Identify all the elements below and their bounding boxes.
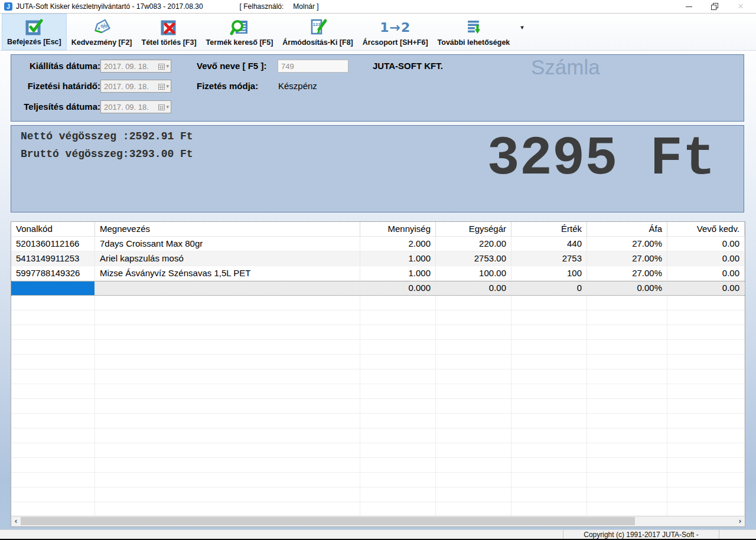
restore-button[interactable] — [702, 0, 728, 13]
due-date-input[interactable]: 2017. 09. 18. ▾ — [100, 80, 171, 93]
active-entry-row[interactable]: 0.0000.0000.00%0.00 — [11, 281, 745, 296]
fulfillment-date-input[interactable]: 2017. 09. 18. ▾ — [100, 100, 171, 113]
column-header[interactable]: Megnevezés — [95, 222, 360, 237]
empty-cell — [587, 340, 667, 354]
table-cell[interactable]: 2753 — [511, 251, 587, 266]
empty-row — [11, 428, 745, 443]
empty-cell — [511, 399, 587, 413]
empty-cell — [511, 310, 587, 325]
empty-row — [11, 340, 745, 355]
empty-cell — [511, 458, 587, 472]
table-cell[interactable]: 0 — [511, 282, 587, 295]
items-grid-container: VonalkódMegnevezésMennyiségEgységárÉrték… — [11, 221, 745, 527]
column-header[interactable]: Mennyiség — [360, 222, 436, 237]
table-cell[interactable]: 0.00 — [667, 266, 745, 280]
table-cell[interactable]: 2.000 — [360, 237, 436, 251]
table-row[interactable]: 52013601121667days Croissant Max 80gr2.0… — [11, 237, 745, 251]
table-cell[interactable]: 440 — [511, 237, 587, 251]
price-edit-button-label: Ármódosítás-Ki [F8] — [282, 38, 353, 47]
empty-row — [11, 473, 745, 487]
payment-method-label: Fizetés módja: — [197, 80, 258, 93]
customer-name-input[interactable] — [278, 60, 348, 73]
price-edit-button[interactable]: 123 Ármódosítás-Ki [F8] — [278, 14, 357, 50]
table-cell[interactable]: 0.00 — [667, 237, 745, 251]
table-cell[interactable]: 100.00 — [436, 266, 511, 280]
calendar-icon — [158, 83, 165, 90]
column-header[interactable]: Vevő kedv. — [667, 222, 745, 237]
empty-cell — [360, 502, 436, 516]
table-cell[interactable]: 27.00% — [587, 266, 667, 280]
more-options-button[interactable]: További lehetőségek — [433, 14, 515, 50]
product-search-button[interactable]: Termék kereső [F5] — [201, 14, 278, 50]
table-row[interactable]: 5413149911253Ariel kapszulás mosó1.00027… — [11, 251, 745, 266]
empty-cell — [360, 428, 436, 443]
table-cell[interactable]: 1.000 — [360, 266, 436, 280]
minimize-button[interactable] — [676, 0, 702, 13]
grid-header-row[interactable]: VonalkódMegnevezésMennyiségEgységárÉrték… — [11, 222, 745, 237]
empty-cell — [667, 369, 745, 384]
empty-cell — [587, 325, 667, 339]
empty-cell — [11, 428, 95, 443]
table-cell[interactable]: 0.00% — [587, 282, 667, 295]
table-cell[interactable]: Mizse Ásványvíz Szénsavas 1,5L PET — [95, 266, 360, 280]
close-button[interactable]: × — [728, 0, 754, 13]
horizontal-scrollbar[interactable]: ‹ › — [11, 516, 745, 526]
finish-button[interactable]: Befejezés [Esc] — [2, 14, 67, 50]
empty-cell — [587, 428, 667, 443]
more-options-button-label: További lehetőségek — [438, 38, 510, 47]
table-cell[interactable]: 0.000 — [360, 282, 436, 295]
table-cell[interactable]: 0.00 — [667, 282, 745, 295]
table-cell[interactable]: 5997788149326 — [11, 266, 95, 280]
delete-item-button[interactable]: Tétel törlés [F3] — [137, 14, 201, 50]
column-header[interactable]: Egységár — [436, 222, 511, 237]
empty-cell — [511, 502, 587, 516]
empty-cell — [360, 296, 436, 310]
empty-cell — [11, 399, 95, 413]
price-edit-icon: 123 — [309, 18, 327, 37]
empty-row — [11, 487, 745, 502]
empty-cell — [11, 487, 95, 502]
table-cell[interactable]: 27.00% — [587, 237, 667, 251]
table-cell[interactable]: Ariel kapszulás mosó — [95, 251, 360, 266]
table-cell[interactable] — [95, 282, 360, 295]
column-header[interactable]: Érték — [511, 222, 587, 237]
empty-cell — [511, 296, 587, 310]
empty-cell — [436, 325, 511, 339]
issue-date-label: Kiállítás dátuma: — [16, 60, 100, 73]
chevron-down-icon: ▾ — [166, 63, 169, 69]
empty-cell — [11, 369, 95, 384]
company-name: JUTA-SOFT KFT. — [373, 60, 443, 73]
empty-cell — [667, 325, 745, 339]
empty-cell — [511, 428, 587, 443]
table-cell[interactable]: 5201360112166 — [11, 237, 95, 251]
items-grid: VonalkódMegnevezésMennyiségEgységárÉrték… — [11, 222, 745, 516]
table-cell[interactable]: 0.00 — [667, 251, 745, 266]
empty-cell — [360, 340, 436, 354]
scrollbar-thumb[interactable] — [21, 517, 635, 525]
calendar-icon — [158, 104, 165, 110]
empty-cell — [587, 502, 667, 516]
empty-cell — [587, 414, 667, 428]
price-group-button[interactable]: 1→2 Árcsoport [SH+F6] — [358, 14, 433, 50]
empty-cell — [360, 369, 436, 384]
table-cell[interactable]: 1.000 — [360, 251, 436, 266]
column-header[interactable]: Vonalkód — [11, 222, 95, 237]
scroll-right-arrow-icon[interactable]: › — [735, 516, 745, 526]
table-cell[interactable]: 0.00 — [436, 282, 511, 295]
window-title: JUTA-Soft Kisker készletnyilvántartó - 1… — [16, 2, 203, 11]
table-cell[interactable]: 100 — [511, 266, 587, 280]
empty-cell — [436, 443, 511, 457]
table-cell[interactable]: 220.00 — [436, 237, 511, 251]
issue-date-input[interactable]: 2017. 09. 18. ▾ — [100, 60, 171, 73]
table-cell[interactable]: 7days Croissant Max 80gr — [95, 237, 360, 251]
column-header[interactable]: Áfa — [587, 222, 667, 237]
selected-cell[interactable] — [11, 282, 95, 295]
table-row[interactable]: 5997788149326Mizse Ásványvíz Szénsavas 1… — [11, 266, 745, 281]
table-cell[interactable]: 2753.00 — [436, 251, 511, 266]
table-cell[interactable]: 27.00% — [587, 251, 667, 266]
table-cell[interactable]: 5413149911253 — [11, 251, 95, 266]
discount-button[interactable]: % Kedvezmény [F2] — [67, 14, 137, 50]
empty-cell — [511, 355, 587, 369]
more-options-dropdown-arrow[interactable]: ▾ — [514, 24, 530, 31]
scroll-left-arrow-icon[interactable]: ‹ — [11, 516, 21, 526]
